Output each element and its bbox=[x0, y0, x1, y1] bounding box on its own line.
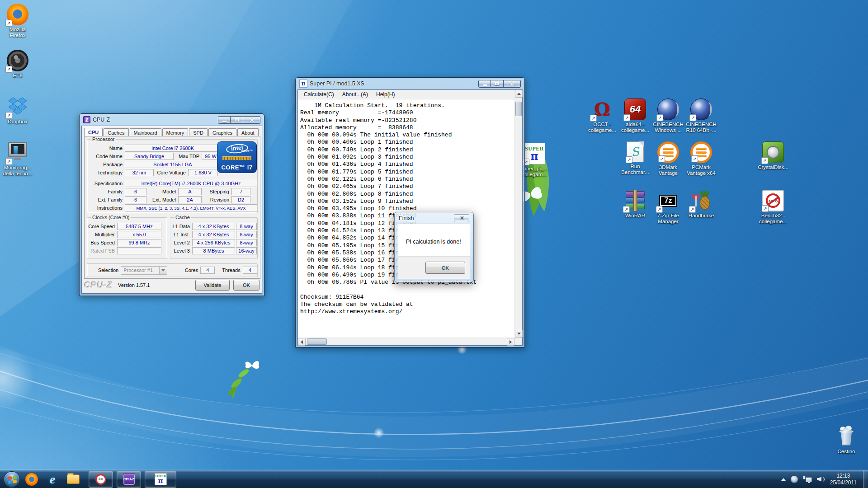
cpuz-titlebar[interactable]: Z CPU-Z bbox=[81, 114, 262, 126]
validate-button[interactable]: Validate bbox=[195, 280, 230, 291]
clock-time: 12:13 bbox=[830, 473, 857, 479]
clocks-groupbox: Clocks (Core #0) Core Speed 5487.5 MHz M… bbox=[87, 217, 167, 259]
cpuz-window-title: CPU-Z bbox=[93, 117, 110, 123]
tab-spd[interactable]: SPD bbox=[189, 128, 208, 136]
show-hidden-icons-button[interactable] bbox=[781, 478, 786, 481]
desktop-icon-run-benchmark[interactable]: S Run Benchmar... bbox=[618, 141, 653, 175]
desktop-icon-monitoraggio[interactable]: Monitorag... della tecno... bbox=[0, 142, 35, 177]
close-button[interactable] bbox=[504, 80, 521, 88]
snipping-tool-icon bbox=[95, 474, 106, 485]
desktop-icon-cinebench-windows[interactable]: CINEBENCH Windows ... bbox=[651, 99, 686, 133]
horizontal-scroll-thumb[interactable] bbox=[307, 338, 327, 345]
l1-inst-way: 8-way bbox=[236, 231, 257, 238]
cpuz-brand-logo: CPU-Z bbox=[84, 280, 113, 290]
futuremark-ring-icon bbox=[690, 141, 712, 163]
aida64-icon: 64 bbox=[624, 99, 646, 120]
tab-about[interactable]: About bbox=[237, 128, 259, 136]
taskbar-button-snipping-tool[interactable] bbox=[89, 471, 113, 488]
threads-value: 4 bbox=[243, 267, 257, 274]
desktop-icon-cinebench-r10[interactable]: CINEBENCH R10 64Bit -... bbox=[684, 99, 719, 133]
desktop-icon-dropbox[interactable]: Dropbox bbox=[0, 96, 35, 125]
desktop-icon-bench32[interactable]: ATTO Bench32 - collegame... bbox=[755, 190, 791, 225]
code-name-value: Sandy Bridge bbox=[125, 153, 174, 160]
desktop-icon-occt[interactable]: Ω OCCT - collegame... bbox=[585, 99, 620, 133]
scroll-down-button[interactable] bbox=[515, 330, 523, 338]
maximize-icon bbox=[235, 118, 239, 122]
ok-button[interactable]: OK bbox=[233, 280, 259, 291]
minimize-icon bbox=[222, 121, 226, 122]
ok-button[interactable]: OK bbox=[425, 262, 465, 274]
tray-volume-icon[interactable] bbox=[817, 476, 825, 483]
shortcut-arrow-icon bbox=[5, 20, 12, 27]
superpi-titlebar[interactable]: π Super PI / mod1.5 XS bbox=[297, 78, 523, 89]
taskbar-item-internet-explorer[interactable]: e bbox=[43, 470, 61, 488]
taskbar-item-firefox[interactable] bbox=[23, 470, 41, 488]
maximize-button[interactable] bbox=[491, 80, 504, 88]
close-button[interactable] bbox=[243, 116, 260, 124]
superpi-app-icon: π bbox=[299, 80, 307, 88]
cpuz-footer: CPU-Z Version 1.57.1 Validate OK bbox=[84, 279, 259, 291]
start-button[interactable] bbox=[4, 471, 20, 488]
close-button[interactable] bbox=[454, 214, 469, 222]
shortcut-arrow-icon bbox=[656, 206, 663, 213]
recycle-bin-icon bbox=[835, 426, 857, 447]
vertical-scroll-thumb[interactable] bbox=[515, 102, 522, 116]
minimize-button[interactable] bbox=[478, 80, 491, 88]
desktop-icon-cestino[interactable]: Cestino bbox=[829, 426, 864, 455]
tab-graphics[interactable]: Graphics bbox=[208, 128, 236, 136]
desktop-icon-handbrake[interactable]: Handbrake bbox=[684, 190, 719, 219]
multiplier-value: x 55.0 bbox=[117, 231, 161, 238]
shortcut-arrow-icon bbox=[656, 114, 663, 121]
tray-wireless-icon[interactable] bbox=[791, 476, 798, 483]
scroll-up-button[interactable] bbox=[515, 90, 523, 98]
processor-select[interactable]: Processor #1 bbox=[121, 266, 167, 275]
intel-circuit-strip bbox=[222, 156, 251, 160]
tab-mainboard[interactable]: Mainboard bbox=[130, 128, 161, 136]
package-value: Socket 1155 LGA bbox=[125, 161, 221, 168]
crystaldisk-icon bbox=[762, 141, 784, 163]
futuremark-ring-icon bbox=[657, 141, 679, 163]
cpuz-client-area: CPU Caches Mainboard Memory SPD Graphics… bbox=[81, 126, 262, 294]
taskbar-button-cpuz[interactable]: CPU-Z bbox=[117, 471, 141, 488]
finish-dialog-title: Finish bbox=[399, 215, 414, 221]
network-icon bbox=[803, 476, 812, 483]
scroll-left-button[interactable] bbox=[298, 338, 306, 346]
stepping-value: 7 bbox=[231, 188, 250, 195]
desktop-icon-crystaldisk[interactable]: CrystalDisk... bbox=[755, 141, 791, 170]
shortcut-arrow-icon bbox=[691, 155, 698, 162]
menu-help[interactable]: Help(H) bbox=[372, 90, 399, 99]
shortcut-arrow-icon bbox=[626, 156, 632, 163]
shortcut-arrow-icon bbox=[623, 114, 630, 121]
desktop-icon-3dmark[interactable]: 3DMark Vantage bbox=[651, 141, 686, 176]
desktop-icon-winrar[interactable]: WinRAR bbox=[618, 190, 653, 219]
horizontal-scrollbar[interactable] bbox=[298, 338, 514, 345]
cache-groupbox: Cache L1 Data 4 x 32 KBytes 8-way L1 Ins… bbox=[170, 217, 258, 259]
l1-data-value: 4 x 32 KBytes bbox=[192, 223, 235, 230]
scroll-right-button[interactable] bbox=[507, 338, 514, 346]
arrow-down-icon bbox=[517, 333, 521, 335]
tab-memory[interactable]: Memory bbox=[162, 128, 189, 136]
show-desktop-button[interactable] bbox=[863, 470, 868, 488]
close-icon bbox=[509, 81, 514, 86]
menu-about[interactable]: About...(A) bbox=[338, 90, 372, 99]
specification-value: Intel(R) Core(TM) i7-2600K CPU @ 3.40GHz bbox=[125, 180, 257, 187]
desktop-icon-pcmark[interactable]: PCMark Vantage x64 bbox=[684, 141, 719, 176]
desktop-icon-aida64[interactable]: 64 aida64 - collegame... bbox=[618, 99, 653, 133]
desktop-icon-7zip[interactable]: 7z 7-Zip File Manager bbox=[651, 190, 686, 225]
taskbar-clock[interactable]: 12:13 25/04/2011 bbox=[830, 473, 857, 486]
finish-dialog-titlebar[interactable]: Finish bbox=[398, 212, 470, 224]
minimize-button[interactable] bbox=[218, 116, 231, 124]
vertical-scrollbar[interactable] bbox=[514, 90, 522, 338]
model-value: A bbox=[178, 188, 202, 195]
desktop-icon-et6[interactable]: ET6 bbox=[0, 50, 35, 79]
desktop-icon-firefox[interactable]: Mozilla Firefox bbox=[0, 4, 35, 38]
bus-speed-value: 99.8 MHz bbox=[117, 239, 161, 246]
tray-network-icon[interactable] bbox=[803, 476, 812, 483]
maximize-button[interactable] bbox=[231, 116, 243, 124]
tab-cpu[interactable]: CPU bbox=[84, 128, 103, 136]
menu-calculate[interactable]: Calculate(C) bbox=[300, 90, 338, 99]
level3-value: 8 MBytes bbox=[192, 247, 235, 254]
taskbar-button-superpi[interactable]: SUPER π bbox=[145, 471, 176, 488]
tab-caches[interactable]: Caches bbox=[104, 128, 128, 136]
desktop: Mozilla Firefox ET6 Dropbox Monitorag...… bbox=[0, 0, 868, 488]
